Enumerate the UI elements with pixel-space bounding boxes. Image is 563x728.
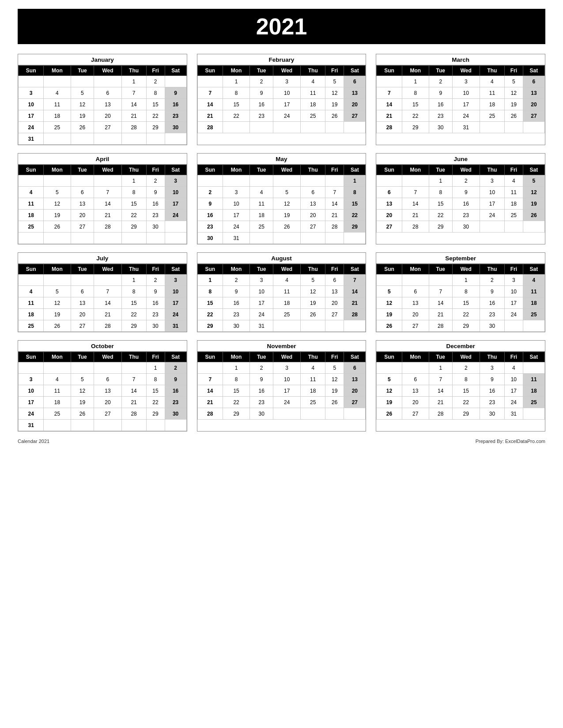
cal-day: 26 <box>44 320 71 332</box>
cal-day: 9 <box>165 374 186 385</box>
cal-day <box>504 320 523 332</box>
cal-day <box>94 175 121 187</box>
cal-table-february: SunMonTueWedThuFriSat1234567891011121314… <box>197 65 366 133</box>
cal-day: 2 <box>223 274 249 286</box>
cal-day: 2 <box>146 76 165 87</box>
cal-day: 20 <box>71 210 94 221</box>
col-header-sun: Sun <box>19 264 44 274</box>
col-header-mon: Mon <box>223 165 249 175</box>
cal-day: 17 <box>452 99 480 110</box>
cal-day: 16 <box>165 99 186 110</box>
cal-day <box>250 233 273 244</box>
cal-day: 15 <box>146 385 165 397</box>
cal-day: 5 <box>44 286 71 297</box>
month-block-january: JanuarySunMonTueWedThuFriSat123456789101… <box>18 54 187 145</box>
cal-day: 7 <box>325 187 344 198</box>
cal-day: 19 <box>325 385 344 397</box>
cal-day <box>402 362 429 374</box>
cal-day: 22 <box>121 309 146 320</box>
cal-day <box>325 233 344 244</box>
cal-day: 2 <box>480 274 504 286</box>
cal-table-april: SunMonTueWedThuFriSat1234567891011121314… <box>18 165 187 244</box>
cal-day: 24 <box>504 309 523 320</box>
cal-day: 30 <box>146 221 165 233</box>
cal-day: 6 <box>71 187 94 198</box>
cal-day: 18 <box>523 385 544 397</box>
cal-day <box>301 175 325 187</box>
cal-day: 14 <box>197 385 223 397</box>
col-header-sat: Sat <box>165 352 186 362</box>
cal-day: 4 <box>273 274 300 286</box>
cal-day: 24 <box>19 122 44 133</box>
cal-day: 12 <box>504 87 523 99</box>
cal-day: 21 <box>402 210 429 221</box>
cal-day: 20 <box>402 309 429 320</box>
cal-day: 24 <box>504 397 523 408</box>
cal-day: 4 <box>44 374 71 385</box>
cal-day: 13 <box>523 87 544 99</box>
col-header-sun: Sun <box>197 264 223 274</box>
cal-day: 8 <box>197 286 223 297</box>
cal-day: 19 <box>301 297 325 309</box>
cal-day: 20 <box>402 397 429 408</box>
cal-day: 24 <box>223 221 249 233</box>
month-title-may: May <box>197 154 366 165</box>
month-title-october: October <box>18 341 187 352</box>
cal-day: 31 <box>19 420 44 431</box>
cal-day: 4 <box>44 87 71 99</box>
cal-day: 10 <box>452 87 480 99</box>
cal-day: 3 <box>504 274 523 286</box>
cal-day: 8 <box>223 87 249 99</box>
cal-day: 2 <box>452 175 480 187</box>
cal-day <box>71 175 94 187</box>
cal-day: 10 <box>504 286 523 297</box>
cal-day: 6 <box>402 374 429 385</box>
cal-day <box>429 274 452 286</box>
cal-day: 25 <box>301 397 325 408</box>
cal-day <box>377 274 402 286</box>
col-header-wed: Wed <box>94 165 121 175</box>
cal-day: 26 <box>377 320 402 332</box>
cal-day <box>480 221 504 233</box>
col-header-fri: Fri <box>325 66 344 76</box>
cal-day: 22 <box>429 210 452 221</box>
cal-day: 22 <box>223 397 249 408</box>
cal-day: 15 <box>223 385 249 397</box>
cal-day: 6 <box>523 76 544 87</box>
cal-day: 3 <box>165 175 186 187</box>
col-header-mon: Mon <box>44 264 71 274</box>
col-header-mon: Mon <box>402 165 429 175</box>
col-header-tue: Tue <box>250 264 273 274</box>
cal-day <box>71 274 94 286</box>
footer-right: Prepared By: ExcelDataPro.com <box>476 439 545 444</box>
cal-day: 3 <box>480 175 504 187</box>
cal-table-march: SunMonTueWedThuFriSat1234567891011121314… <box>376 65 545 133</box>
col-header-tue: Tue <box>250 66 273 76</box>
cal-day: 16 <box>480 297 504 309</box>
cal-day: 29 <box>223 408 249 420</box>
cal-day: 16 <box>250 99 273 110</box>
cal-day: 8 <box>121 187 146 198</box>
cal-day: 17 <box>250 297 273 309</box>
cal-day: 10 <box>504 374 523 385</box>
cal-day: 25 <box>480 110 504 122</box>
cal-day: 1 <box>429 362 452 374</box>
cal-day <box>523 362 544 374</box>
cal-day: 5 <box>523 175 544 187</box>
month-block-march: MarchSunMonTueWedThuFriSat12345678910111… <box>376 54 545 145</box>
cal-day <box>344 408 366 420</box>
cal-day: 29 <box>121 320 146 332</box>
cal-day: 16 <box>452 198 480 210</box>
cal-day <box>44 274 71 286</box>
cal-day: 3 <box>165 274 186 286</box>
cal-day: 6 <box>344 362 366 374</box>
cal-day: 6 <box>377 187 402 198</box>
cal-day <box>19 233 44 244</box>
col-header-sat: Sat <box>523 165 544 175</box>
cal-day: 15 <box>197 297 223 309</box>
col-header-thu: Thu <box>301 165 325 175</box>
col-header-wed: Wed <box>452 66 480 76</box>
cal-day: 4 <box>523 274 544 286</box>
month-block-september: SeptemberSunMonTueWedThuFriSat1234567891… <box>376 252 545 332</box>
cal-day: 1 <box>223 76 249 87</box>
